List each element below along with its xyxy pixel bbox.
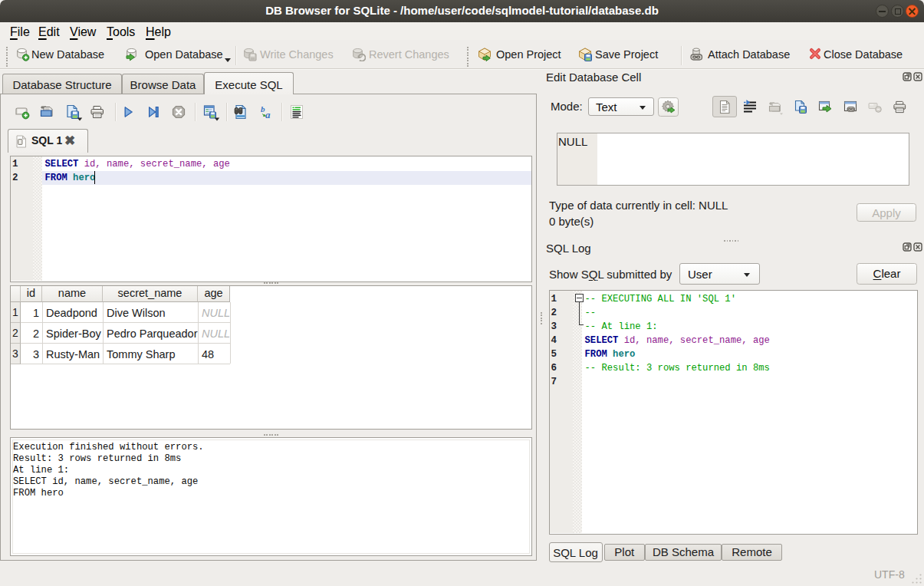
svg-text:a: a xyxy=(265,109,271,120)
